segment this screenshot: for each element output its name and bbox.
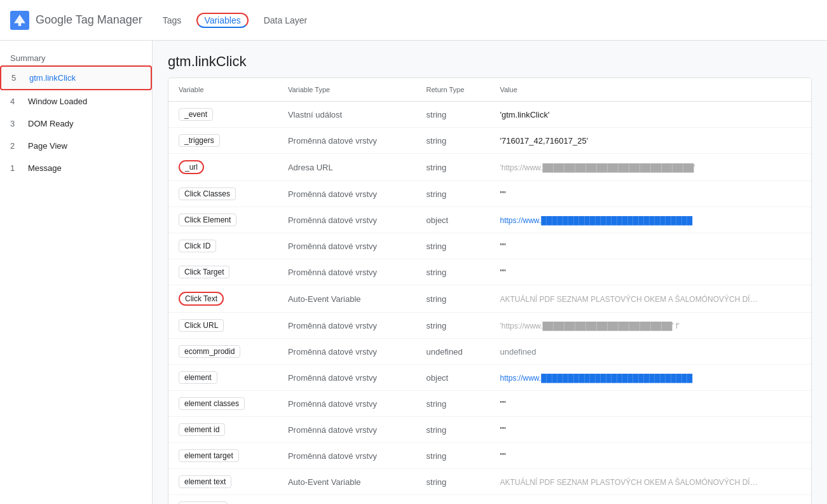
table-row: Click TextAuto-Event VariablestringAKTUÁ… <box>168 285 811 313</box>
var-name-cell: element url <box>168 495 278 505</box>
var-return-cell: string <box>416 181 490 207</box>
sidebar-section-label: Summary <box>0 46 152 65</box>
var-name-cell: Click Element <box>168 207 278 233</box>
var-badge[interactable]: Click ID <box>179 240 216 252</box>
var-name-cell: ecomm_prodid <box>168 339 278 365</box>
var-name-cell: _triggers <box>168 128 278 154</box>
var-type-cell: Proměnná datové vrstvy <box>278 339 416 365</box>
var-return-cell: undefined <box>416 339 490 365</box>
var-badge[interactable]: element target <box>179 449 239 462</box>
var-name-cell: Click URL <box>168 313 278 339</box>
var-badge[interactable]: element text <box>179 475 231 488</box>
table-header: Variable Variable Type Return Type Value <box>168 78 811 102</box>
var-value-cell: 'gtm.linkClick' <box>489 102 811 128</box>
var-badge[interactable]: Click Text <box>179 292 224 306</box>
var-badge[interactable]: _triggers <box>179 134 220 147</box>
table-row: element classesProměnná datové vrstvystr… <box>168 391 811 417</box>
var-value-cell: AKTUÁLNÍ PDF SEZNAM PLASTOVÝCH OKEM A ŠA… <box>489 469 811 495</box>
var-value-cell: undefined <box>489 339 811 365</box>
gtm-logo: Google Tag Manager <box>10 11 142 30</box>
var-value-cell: "" <box>489 443 811 469</box>
var-badge[interactable]: _url <box>179 160 204 174</box>
sidebar: Summary 5 gtm.linkClick 4 Window Loaded … <box>0 41 153 504</box>
table-row: elementProměnná datové vrstvyobjecthttps… <box>168 365 811 391</box>
var-return-cell: string <box>416 285 490 313</box>
var-return-cell: string <box>416 154 490 181</box>
var-value-cell: "" <box>489 181 811 207</box>
col-header-variable: Variable <box>168 78 278 102</box>
var-badge[interactable]: Click Classes <box>179 187 236 200</box>
col-header-value: Value <box>489 78 811 102</box>
var-badge[interactable]: _event <box>179 108 213 121</box>
var-value-cell: '716017_42,716017_25' <box>489 128 811 154</box>
var-type-cell: Proměnná datové vrstvy <box>278 313 416 339</box>
var-type-cell: Proměnná datové vrstvy <box>278 259 416 285</box>
var-name-cell: _url <box>168 154 278 181</box>
var-badge[interactable]: Click Element <box>179 214 236 226</box>
sidebar-item-label-4: Window Loaded <box>28 97 87 106</box>
nav-tab-tags[interactable]: Tags <box>163 13 182 28</box>
sidebar-item-label-1: Message <box>28 163 62 173</box>
table-row: _eventVlastní událoststring'gtm.linkClic… <box>168 102 811 128</box>
sidebar-item-label-3: DOM Ready <box>28 119 74 128</box>
table-row: Click ClassesProměnná datové vrstvystrin… <box>168 181 811 207</box>
var-name-cell: Click Classes <box>168 181 278 207</box>
var-type-cell: Proměnná datové vrstvy <box>278 443 416 469</box>
var-type-cell: Proměnná datové vrstvy <box>278 365 416 391</box>
var-badge[interactable]: element <box>179 371 217 384</box>
var-value-cell: 'https://www.███████████████████████████… <box>489 154 811 181</box>
var-value-cell: "" <box>489 417 811 443</box>
var-type-cell: Vlastní událost <box>278 102 416 128</box>
var-name-cell: element text <box>168 469 278 495</box>
svg-rect-2 <box>18 21 22 26</box>
var-name-cell: Click Text <box>168 285 278 313</box>
nav-tabs: Tags Variables Data Layer <box>163 13 307 28</box>
var-badge[interactable]: Click URL <box>179 319 224 332</box>
variables-table-wrapper: Variable Variable Type Return Type Value… <box>168 78 812 504</box>
var-value-cell: 'https://www.███████████████████████████… <box>489 495 811 505</box>
var-return-cell: string <box>416 417 490 443</box>
var-value-cell: https://www.████████████████████████████ <box>489 207 811 233</box>
var-value-cell: "" <box>489 391 811 417</box>
table-body: _eventVlastní událoststring'gtm.linkClic… <box>168 102 811 505</box>
var-type-cell: Proměnná datové vrstvy <box>278 417 416 443</box>
sidebar-item-gtm-linkclick[interactable]: 5 gtm.linkClick <box>0 65 152 90</box>
table-row: element targetProměnná datové vrstvystri… <box>168 443 811 469</box>
table-row: element urlProměnná datové vrstvystring'… <box>168 495 811 505</box>
var-return-cell: string <box>416 495 490 505</box>
table-row: _triggersProměnná datové vrstvystring'71… <box>168 128 811 154</box>
main-layout: Summary 5 gtm.linkClick 4 Window Loaded … <box>0 41 827 504</box>
var-return-cell: string <box>416 443 490 469</box>
var-value-cell: https://www.████████████████████████████ <box>489 365 811 391</box>
var-badge[interactable]: Click Target <box>179 266 229 278</box>
table-row: element textAuto-Event VariablestringAKT… <box>168 469 811 495</box>
table-row: Click TargetProměnná datové vrstvystring… <box>168 259 811 285</box>
var-name-cell: Click Target <box>168 259 278 285</box>
var-value-cell: "" <box>489 233 811 259</box>
sidebar-item-dom-ready[interactable]: 3 DOM Ready <box>0 112 152 135</box>
table-row: Click IDProměnná datové vrstvystring"" <box>168 233 811 259</box>
col-header-return: Return Type <box>416 78 490 102</box>
var-type-cell: Proměnná datové vrstvy <box>278 391 416 417</box>
sidebar-item-num-2: 2 <box>10 141 23 151</box>
variables-table: Variable Variable Type Return Type Value… <box>168 78 811 504</box>
var-type-cell: Proměnná datové vrstvy <box>278 495 416 505</box>
nav-tab-datalayer[interactable]: Data Layer <box>264 13 307 28</box>
content-area: gtm.linkClick Variable Variable Type Ret… <box>153 41 827 504</box>
var-type-cell: Proměnná datové vrstvy <box>278 233 416 259</box>
sidebar-item-message[interactable]: 1 Message <box>0 157 152 179</box>
gtm-logo-icon <box>10 11 29 30</box>
var-type-cell: Proměnná datové vrstvy <box>278 207 416 233</box>
var-badge[interactable]: element id <box>179 423 225 436</box>
nav-tab-variables[interactable]: Variables <box>196 13 248 28</box>
sidebar-item-window-loaded[interactable]: 4 Window Loaded <box>0 90 152 112</box>
var-badge[interactable]: element url <box>179 501 228 504</box>
var-return-cell: object <box>416 365 490 391</box>
var-badge[interactable]: element classes <box>179 397 245 410</box>
var-name-cell: element <box>168 365 278 391</box>
var-type-cell: Proměnná datové vrstvy <box>278 128 416 154</box>
var-return-cell: string <box>416 259 490 285</box>
var-badge[interactable]: ecomm_prodid <box>179 345 240 358</box>
sidebar-item-page-view[interactable]: 2 Page View <box>0 135 152 157</box>
var-type-cell: Auto-Event Variable <box>278 469 416 495</box>
